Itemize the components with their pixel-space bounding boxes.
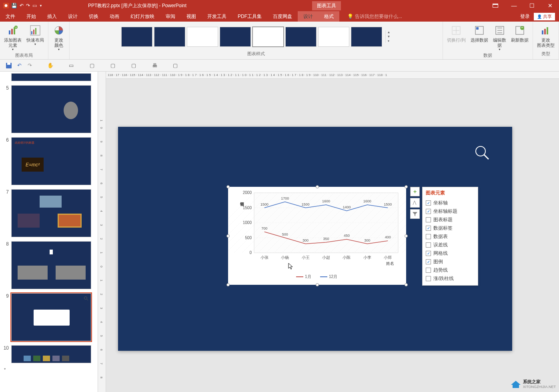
undo-icon[interactable]: ↶ (15, 62, 23, 70)
chart-object[interactable]: 0500100015002000 小张小杨小王小赵小陈小李小郑 70050030… (228, 187, 406, 285)
qat-undo-icon[interactable]: ↶ (20, 3, 24, 8)
chart-element-option[interactable]: 趋势线 (426, 266, 475, 274)
resize-handle[interactable] (226, 185, 230, 188)
qat-icon-b[interactable]: ▢ (109, 62, 117, 70)
chart-element-option[interactable]: ✓图例 (426, 258, 475, 266)
checkbox[interactable]: ✓ (426, 200, 431, 206)
menu-home[interactable]: 开始 (21, 11, 42, 22)
resize-handle[interactable] (405, 185, 408, 188)
resize-handle[interactable] (405, 234, 408, 238)
qat-redo-icon[interactable]: ↷ (26, 3, 30, 8)
touch-mode-icon[interactable]: ✋ (46, 62, 54, 70)
chart-style-8[interactable] (351, 27, 382, 47)
chart-style-2[interactable] (154, 27, 185, 47)
menu-file[interactable]: 文件 (0, 11, 21, 22)
slide-thumb-5[interactable] (11, 85, 91, 133)
login-link[interactable]: 登录 (520, 13, 530, 20)
option-label: 图表标题 (433, 216, 453, 223)
slide-thumb-9[interactable] (11, 293, 91, 341)
quick-layout-button[interactable]: 快速布局 ▼ (25, 23, 46, 46)
share-button[interactable]: 👤 共享 (534, 13, 555, 20)
chart-element-option[interactable]: ✓网格线 (426, 249, 475, 258)
slide-thumb-8[interactable] (11, 241, 91, 289)
checkbox[interactable] (426, 276, 431, 281)
slide-thumb-10[interactable] (11, 345, 91, 363)
checkbox[interactable]: ✓ (426, 209, 431, 214)
menu-animations[interactable]: 动画 (104, 11, 125, 22)
edit-data-button[interactable]: 编辑数 据 ▼ (491, 23, 508, 52)
menu-insert[interactable]: 插入 (42, 11, 62, 22)
checkbox[interactable] (426, 268, 431, 273)
chart-style-1[interactable] (121, 27, 152, 47)
resize-handle[interactable] (226, 234, 230, 238)
start-from-beginning-icon[interactable]: ▭ (67, 62, 75, 70)
menu-design[interactable]: 设计 (62, 11, 83, 22)
qat-icon-a[interactable]: ▢ (88, 62, 96, 70)
qat-icon-d[interactable]: ▢ (171, 62, 179, 70)
menu-chart-format[interactable]: 格式 (319, 11, 339, 22)
svg-line-26 (484, 155, 489, 159)
print-icon[interactable]: 🖶 (150, 62, 158, 70)
slide-panel[interactable]: 5 6此处统计的标题E=mc² 7 8 9 10 * (0, 72, 98, 392)
chart-element-option[interactable]: ✓坐标轴标题 (426, 207, 475, 216)
chart-element-option[interactable]: 数据表 (426, 232, 475, 241)
chart-elements-button[interactable]: + (410, 187, 420, 196)
slide-thumb-7[interactable] (11, 189, 91, 237)
checkbox[interactable]: ✓ (426, 251, 431, 256)
menu-transitions[interactable]: 切换 (83, 11, 104, 22)
resize-handle[interactable] (405, 283, 408, 286)
maximize-button[interactable]: ☐ (523, 0, 541, 11)
slide-thumb-6[interactable]: 此处统计的标题E=mc² (11, 137, 91, 185)
qat-slideshow-icon[interactable]: ▭ (32, 3, 37, 8)
redo-icon[interactable]: ↷ (26, 62, 34, 70)
save-icon[interactable] (5, 62, 13, 70)
chart-element-option[interactable]: 图表标题 (426, 216, 475, 224)
qat-icon-c[interactable]: ▢ (130, 62, 138, 70)
chart-element-option[interactable]: 误差线 (426, 241, 475, 249)
chart-styles-button[interactable] (410, 198, 420, 208)
checkbox[interactable] (426, 234, 431, 239)
change-chart-type-button[interactable]: 更改 图表类型 (535, 23, 556, 49)
chart-element-option[interactable]: ✓数据标签 (426, 224, 475, 232)
select-data-button[interactable]: 选择数据 (469, 23, 490, 44)
close-button[interactable]: ✕ (541, 0, 559, 11)
chart-style-5[interactable] (252, 27, 284, 47)
canvas-area[interactable]: 0500100015002000 小张小杨小王小赵小陈小李小郑 70050030… (106, 79, 559, 392)
ribbon-group-colors: 更改 颜色 ▼ (48, 22, 70, 59)
menu-review[interactable]: 审阅 (160, 11, 181, 22)
tell-me-input[interactable]: 💡告诉我您想要做什么... (347, 11, 402, 22)
menu-slideshow[interactable]: 幻灯片放映 (125, 11, 160, 22)
checkbox[interactable]: ✓ (426, 226, 431, 231)
menu-view[interactable]: 视图 (181, 11, 202, 22)
minimize-button[interactable]: — (505, 0, 523, 11)
change-colors-button[interactable]: 更改 颜色 ▼ (51, 23, 67, 52)
menu-pdf[interactable]: PDF工具集 (232, 11, 267, 22)
checkbox[interactable] (426, 242, 431, 248)
svg-text:小杨: 小杨 (281, 255, 289, 260)
menu-chart-design[interactable]: 设计 (298, 11, 319, 22)
resize-handle[interactable] (226, 283, 230, 286)
refresh-data-button[interactable]: 刷新数据 (509, 23, 530, 44)
chart-style-6[interactable] (285, 27, 317, 47)
add-chart-element-button[interactable]: + 添加图表 元素 ▼ (2, 23, 23, 52)
ribbon-options-icon[interactable] (487, 0, 505, 11)
svg-rect-18 (542, 30, 543, 34)
checkbox[interactable] (426, 217, 431, 222)
chart-styles-more-button[interactable]: ▲▼▾ (385, 30, 392, 43)
chart-style-4[interactable] (220, 27, 251, 47)
resize-handle[interactable] (316, 185, 319, 188)
slide-thumb-prev[interactable] (11, 73, 91, 81)
menu-developer[interactable]: 开发工具 (202, 11, 232, 22)
checkbox[interactable]: ✓ (426, 259, 431, 264)
chart-style-7[interactable] (318, 27, 349, 47)
menu-baidu[interactable]: 百度网盘 (267, 11, 298, 22)
chart-element-option[interactable]: 涨/跌柱线 (426, 274, 475, 283)
chart-element-option[interactable]: ✓坐标轴 (426, 199, 475, 207)
svg-text:1600: 1600 (363, 199, 371, 203)
resize-handle[interactable] (316, 283, 319, 286)
qat-more-icon[interactable]: ▼ (39, 4, 42, 8)
qat-save-icon[interactable]: 💾 (11, 3, 17, 8)
chart-filter-button[interactable] (410, 209, 420, 219)
chart-style-3[interactable] (187, 27, 218, 47)
slide-canvas[interactable]: 0500100015002000 小张小杨小王小赵小陈小李小郑 70050030… (118, 127, 512, 351)
